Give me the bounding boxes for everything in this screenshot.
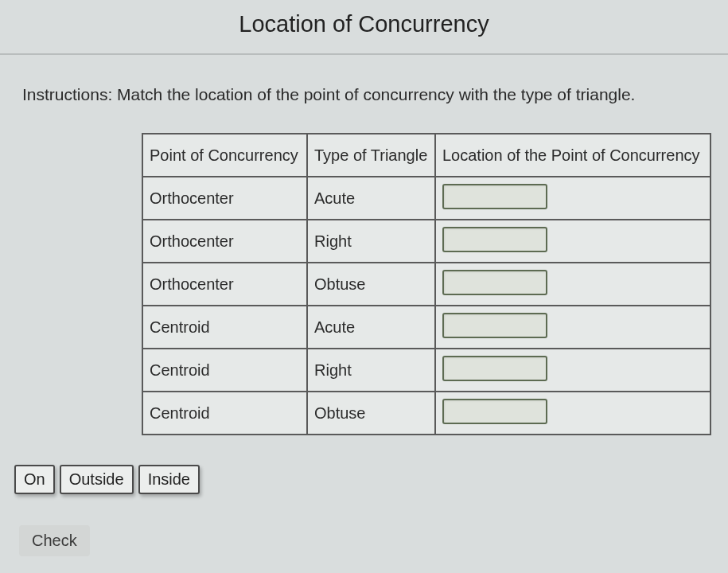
drop-target[interactable] (442, 313, 547, 338)
chip-on[interactable]: On (14, 465, 55, 494)
col-header-location: Location of the Point of Concurrency (435, 134, 710, 177)
drop-target[interactable] (442, 227, 547, 252)
table-row: Centroid Acute (142, 306, 710, 349)
chip-inside[interactable]: Inside (138, 465, 200, 494)
concurrency-table: Point of Concurrency Type of Triangle Lo… (142, 133, 711, 435)
cell-location (435, 177, 710, 220)
check-button[interactable]: Check (19, 525, 90, 556)
cell-location (435, 349, 710, 392)
col-header-point: Point of Concurrency (142, 134, 307, 177)
cell-type: Right (307, 220, 435, 263)
cell-type: Acute (307, 306, 435, 349)
cell-point: Orthocenter (142, 220, 307, 263)
cell-location (435, 306, 710, 349)
drop-target[interactable] (442, 356, 547, 381)
page-title: Location of Concurrency (0, 0, 728, 37)
cell-point: Centroid (142, 306, 307, 349)
table-row: Orthocenter Obtuse (142, 263, 710, 306)
col-header-type: Type of Triangle (307, 134, 435, 177)
cell-point: Centroid (142, 392, 307, 435)
chip-outside[interactable]: Outside (60, 465, 134, 494)
cell-type: Obtuse (307, 263, 435, 306)
cell-type: Right (307, 349, 435, 392)
drop-target[interactable] (442, 399, 547, 424)
cell-location (435, 263, 710, 306)
cell-location (435, 392, 710, 435)
table-row: Orthocenter Right (142, 220, 710, 263)
table-row: Orthocenter Acute (142, 177, 710, 220)
chip-pool: On Outside Inside (14, 465, 200, 494)
cell-point: Orthocenter (142, 263, 307, 306)
table-header-row: Point of Concurrency Type of Triangle Lo… (142, 134, 710, 177)
instructions-text: Instructions: Match the location of the … (0, 55, 728, 104)
cell-point: Orthocenter (142, 177, 307, 220)
table-row: Centroid Obtuse (142, 392, 710, 435)
cell-type: Acute (307, 177, 435, 220)
drop-target[interactable] (442, 184, 547, 209)
table-row: Centroid Right (142, 349, 710, 392)
cell-point: Centroid (142, 349, 307, 392)
cell-type: Obtuse (307, 392, 435, 435)
drop-target[interactable] (442, 270, 547, 295)
cell-location (435, 220, 710, 263)
